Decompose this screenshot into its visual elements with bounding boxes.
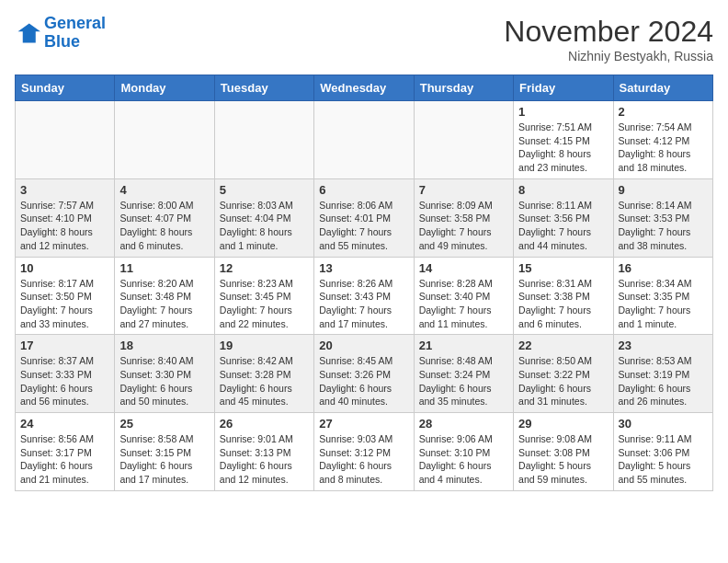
day-number: 17 [20, 339, 109, 352]
day-number: 18 [119, 339, 209, 352]
calendar-cell: 6Sunrise: 8:06 AM Sunset: 4:01 PM Daylig… [314, 178, 414, 257]
day-number: 2 [619, 105, 708, 119]
day-info: Sunrise: 8:34 AM Sunset: 3:35 PM Dayligh… [619, 277, 708, 331]
weekday-header-wednesday: Wednesday [314, 75, 414, 101]
day-number: 12 [220, 261, 309, 275]
day-number: 28 [419, 417, 508, 431]
day-number: 1 [518, 105, 608, 119]
week-row-5: 24Sunrise: 8:56 AM Sunset: 3:17 PM Dayli… [16, 413, 713, 491]
calendar-cell: 8Sunrise: 8:11 AM Sunset: 3:56 PM Daylig… [514, 178, 613, 257]
day-info: Sunrise: 8:48 AM Sunset: 3:24 PM Dayligh… [419, 354, 508, 408]
calendar-cell: 18Sunrise: 8:40 AM Sunset: 3:30 PM Dayli… [115, 335, 214, 413]
day-info: Sunrise: 8:37 AM Sunset: 3:33 PM Dayligh… [20, 354, 109, 408]
day-number: 6 [319, 183, 408, 197]
calendar-cell [16, 101, 115, 179]
weekday-header-thursday: Thursday [414, 75, 513, 101]
logo: General Blue [15, 15, 106, 52]
day-info: Sunrise: 8:58 AM Sunset: 3:15 PM Dayligh… [119, 432, 209, 487]
day-number: 26 [220, 417, 309, 431]
day-number: 22 [518, 339, 608, 352]
week-row-3: 10Sunrise: 8:17 AM Sunset: 3:50 PM Dayli… [16, 257, 713, 335]
calendar-cell: 26Sunrise: 9:01 AM Sunset: 3:13 PM Dayli… [214, 413, 313, 491]
calendar-cell: 16Sunrise: 8:34 AM Sunset: 3:35 PM Dayli… [613, 257, 712, 335]
calendar-cell: 2Sunrise: 7:54 AM Sunset: 4:12 PM Daylig… [613, 101, 712, 179]
day-info: Sunrise: 8:40 AM Sunset: 3:30 PM Dayligh… [119, 354, 209, 408]
weekday-header-sunday: Sunday [16, 75, 115, 101]
day-info: Sunrise: 8:14 AM Sunset: 3:53 PM Dayligh… [619, 199, 708, 253]
calendar-cell: 23Sunrise: 8:53 AM Sunset: 3:19 PM Dayli… [613, 335, 712, 413]
calendar-cell: 13Sunrise: 8:26 AM Sunset: 3:43 PM Dayli… [314, 257, 414, 335]
day-info: Sunrise: 8:56 AM Sunset: 3:17 PM Dayligh… [20, 432, 109, 487]
day-number: 30 [619, 417, 708, 431]
calendar-cell: 22Sunrise: 8:50 AM Sunset: 3:22 PM Dayli… [514, 335, 613, 413]
calendar-table: SundayMondayTuesdayWednesdayThursdayFrid… [15, 75, 713, 491]
week-row-4: 17Sunrise: 8:37 AM Sunset: 3:33 PM Dayli… [16, 335, 713, 413]
calendar-cell: 3Sunrise: 7:57 AM Sunset: 4:10 PM Daylig… [16, 178, 115, 257]
day-number: 3 [20, 183, 109, 197]
calendar-cell: 5Sunrise: 8:03 AM Sunset: 4:04 PM Daylig… [214, 178, 313, 257]
calendar-cell: 20Sunrise: 8:45 AM Sunset: 3:26 PM Dayli… [314, 335, 414, 413]
day-number: 16 [619, 261, 708, 275]
weekday-header-friday: Friday [514, 75, 613, 101]
calendar-cell: 10Sunrise: 8:17 AM Sunset: 3:50 PM Dayli… [16, 257, 115, 335]
week-row-1: 1Sunrise: 7:51 AM Sunset: 4:15 PM Daylig… [16, 101, 713, 179]
logo-icon [15, 20, 40, 46]
day-number: 20 [319, 339, 408, 352]
day-number: 4 [119, 183, 209, 197]
day-number: 27 [319, 417, 408, 431]
day-info: Sunrise: 7:54 AM Sunset: 4:12 PM Dayligh… [619, 121, 708, 175]
day-number: 23 [619, 339, 708, 352]
title-block: November 2024 Nizhniy Bestyakh, Russia [504, 15, 713, 63]
calendar-cell: 9Sunrise: 8:14 AM Sunset: 3:53 PM Daylig… [613, 178, 712, 257]
calendar-cell: 12Sunrise: 8:23 AM Sunset: 3:45 PM Dayli… [214, 257, 313, 335]
day-info: Sunrise: 8:17 AM Sunset: 3:50 PM Dayligh… [20, 277, 109, 331]
weekday-header-saturday: Saturday [613, 75, 712, 101]
day-info: Sunrise: 9:06 AM Sunset: 3:10 PM Dayligh… [419, 432, 508, 487]
day-number: 24 [20, 417, 109, 431]
day-number: 9 [619, 183, 708, 197]
day-info: Sunrise: 8:42 AM Sunset: 3:28 PM Dayligh… [220, 354, 309, 408]
day-info: Sunrise: 8:23 AM Sunset: 3:45 PM Dayligh… [220, 277, 309, 331]
calendar-cell: 21Sunrise: 8:48 AM Sunset: 3:24 PM Dayli… [414, 335, 513, 413]
calendar-cell: 11Sunrise: 8:20 AM Sunset: 3:48 PM Dayli… [115, 257, 214, 335]
day-info: Sunrise: 7:51 AM Sunset: 4:15 PM Dayligh… [518, 121, 608, 175]
calendar-cell [414, 101, 513, 179]
calendar-cell: 14Sunrise: 8:28 AM Sunset: 3:40 PM Dayli… [414, 257, 513, 335]
calendar-cell: 7Sunrise: 8:09 AM Sunset: 3:58 PM Daylig… [414, 178, 513, 257]
calendar-cell: 4Sunrise: 8:00 AM Sunset: 4:07 PM Daylig… [115, 178, 214, 257]
day-info: Sunrise: 9:01 AM Sunset: 3:13 PM Dayligh… [220, 432, 309, 487]
calendar-cell: 28Sunrise: 9:06 AM Sunset: 3:10 PM Dayli… [414, 413, 513, 491]
day-info: Sunrise: 8:45 AM Sunset: 3:26 PM Dayligh… [319, 354, 408, 408]
calendar-cell: 17Sunrise: 8:37 AM Sunset: 3:33 PM Dayli… [16, 335, 115, 413]
day-number: 29 [518, 417, 608, 431]
day-info: Sunrise: 8:06 AM Sunset: 4:01 PM Dayligh… [319, 199, 408, 253]
calendar-cell: 30Sunrise: 9:11 AM Sunset: 3:06 PM Dayli… [613, 413, 712, 491]
location: Nizhniy Bestyakh, Russia [504, 49, 713, 63]
calendar-cell [115, 101, 214, 179]
page-header: General Blue November 2024 Nizhniy Besty… [15, 15, 713, 63]
day-info: Sunrise: 8:26 AM Sunset: 3:43 PM Dayligh… [319, 277, 408, 331]
day-number: 10 [20, 261, 109, 275]
day-number: 15 [518, 261, 608, 275]
weekday-header-monday: Monday [115, 75, 214, 101]
day-info: Sunrise: 8:09 AM Sunset: 3:58 PM Dayligh… [419, 199, 508, 253]
logo-text: General Blue [44, 15, 106, 52]
calendar-cell: 25Sunrise: 8:58 AM Sunset: 3:15 PM Dayli… [115, 413, 214, 491]
day-number: 19 [220, 339, 309, 352]
day-info: Sunrise: 8:20 AM Sunset: 3:48 PM Dayligh… [119, 277, 209, 331]
day-info: Sunrise: 8:28 AM Sunset: 3:40 PM Dayligh… [419, 277, 508, 331]
day-info: Sunrise: 8:11 AM Sunset: 3:56 PM Dayligh… [518, 199, 608, 253]
day-info: Sunrise: 9:11 AM Sunset: 3:06 PM Dayligh… [619, 432, 708, 487]
calendar-cell: 27Sunrise: 9:03 AM Sunset: 3:12 PM Dayli… [314, 413, 414, 491]
calendar-cell: 24Sunrise: 8:56 AM Sunset: 3:17 PM Dayli… [16, 413, 115, 491]
calendar-cell: 29Sunrise: 9:08 AM Sunset: 3:08 PM Dayli… [514, 413, 613, 491]
day-info: Sunrise: 9:08 AM Sunset: 3:08 PM Dayligh… [518, 432, 608, 487]
day-number: 5 [220, 183, 309, 197]
week-row-2: 3Sunrise: 7:57 AM Sunset: 4:10 PM Daylig… [16, 178, 713, 257]
day-number: 14 [419, 261, 508, 275]
calendar-cell [314, 101, 414, 179]
day-number: 8 [518, 183, 608, 197]
calendar-cell: 19Sunrise: 8:42 AM Sunset: 3:28 PM Dayli… [214, 335, 313, 413]
day-number: 13 [319, 261, 408, 275]
weekday-header-tuesday: Tuesday [214, 75, 313, 101]
